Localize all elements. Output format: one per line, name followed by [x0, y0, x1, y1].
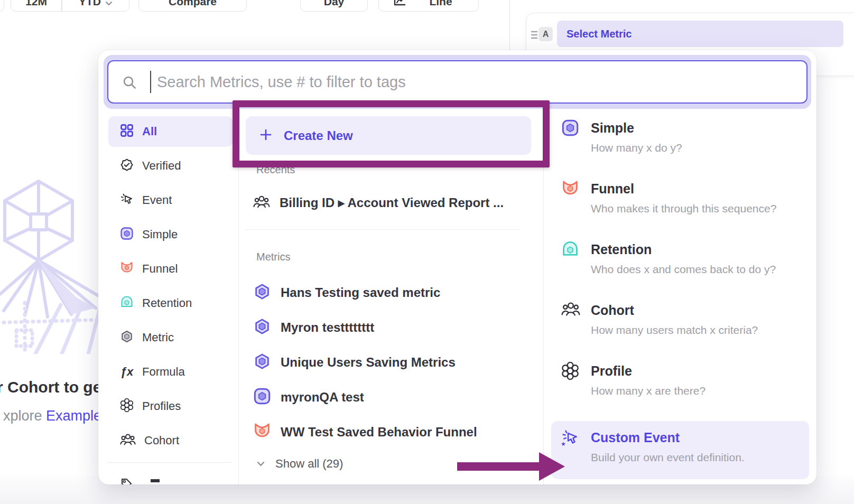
- day-button[interactable]: Day: [300, 0, 368, 12]
- sidebar-item-retention[interactable]: Retention: [108, 288, 233, 319]
- sidebar-section-divider: [108, 462, 231, 463]
- metric-list-item[interactable]: Myron testttttttt: [253, 318, 374, 338]
- simple-icon: [120, 227, 134, 242]
- star-icon: ★: [561, 441, 566, 447]
- cohort-people-icon: [561, 301, 580, 319]
- cohort-people-icon: [120, 433, 136, 448]
- annotation-arrow: [453, 448, 569, 484]
- sidebar-item-formula[interactable]: ƒx Formula: [108, 357, 233, 387]
- types-divider: [543, 114, 544, 484]
- select-metric-button[interactable]: Select Metric: [557, 21, 843, 47]
- retention-icon: [561, 240, 579, 260]
- clipped-label-fragment: [151, 479, 160, 482]
- funnel-icon: [253, 422, 271, 442]
- metric-list-item[interactable]: Unique Users Saving Metrics: [253, 352, 456, 372]
- formula-icon: ƒx: [120, 365, 134, 379]
- annotation-highlight-box: [233, 100, 550, 167]
- metric-hexagon-icon: [253, 352, 271, 372]
- text-cursor: [150, 71, 151, 93]
- profiles-flower-icon: [561, 362, 579, 382]
- metric-hexagon-icon: [120, 330, 134, 346]
- sidebar-item-profiles[interactable]: Profiles: [108, 391, 233, 422]
- simple-icon: [561, 119, 579, 139]
- metric-hexagon-icon: [253, 318, 271, 338]
- metric-list-item[interactable]: WW Test Saved Behavior Funnel: [253, 422, 477, 442]
- series-letter-badge: A: [539, 27, 553, 41]
- grid-icon: [120, 124, 134, 139]
- line-chart-type-button[interactable]: Line: [378, 0, 479, 12]
- screen: 12M YTD Compare Day Line A Select Metric: [0, 0, 854, 504]
- profiles-flower-icon: [120, 398, 134, 414]
- sidebar-item-cohort[interactable]: Cohort: [108, 425, 233, 456]
- event-cursor-icon: [120, 192, 134, 208]
- range-ytd-button[interactable]: YTD: [61, 0, 130, 8]
- empty-state-headline: r Cohort to ge: [0, 378, 101, 396]
- metric-list-item[interactable]: myronQA test: [253, 387, 364, 407]
- retention-icon: [120, 295, 134, 311]
- tag-icon: [120, 477, 134, 484]
- chevron-down-icon: [105, 0, 113, 8]
- cohort-people-icon: [253, 195, 270, 211]
- funnel-icon: [561, 180, 579, 200]
- recent-item-billing[interactable]: Billing ID ▸ Account Viewed Report ...: [253, 195, 504, 211]
- show-all-toggle[interactable]: Show all (29): [257, 457, 343, 471]
- search-input[interactable]: [157, 61, 791, 102]
- sidebar-item-all[interactable]: All: [108, 116, 233, 147]
- recents-metrics-divider: [246, 229, 519, 230]
- range-12m-button[interactable]: 12M: [11, 0, 61, 8]
- funnel-icon: [120, 261, 134, 277]
- search-icon: [122, 75, 137, 92]
- metrics-section-label: Metrics: [256, 251, 290, 263]
- sidebar-item-metric[interactable]: Metric: [108, 322, 233, 353]
- toolbar-fragment-button[interactable]: [0, 0, 4, 12]
- search-field[interactable]: [107, 60, 807, 104]
- compare-button[interactable]: Compare: [138, 0, 247, 12]
- sidebar-item-simple[interactable]: Simple: [108, 219, 233, 250]
- sidebar-divider: [238, 114, 239, 484]
- metric-hexagon-icon: [253, 283, 271, 303]
- empty-state-illustration: [0, 172, 106, 354]
- sidebar-item-event[interactable]: Event: [108, 185, 233, 216]
- metric-list-item[interactable]: Hans Testing saved metric: [253, 283, 440, 303]
- date-range-group[interactable]: 12M YTD: [11, 0, 129, 12]
- simple-icon: [253, 387, 271, 407]
- verified-badge-icon: [120, 158, 134, 174]
- drag-handle-icon[interactable]: [530, 30, 539, 42]
- chevron-down-icon: [257, 459, 265, 469]
- sidebar-item-funnel[interactable]: Funnel: [108, 254, 233, 284]
- custom-event-highlight: [551, 421, 809, 479]
- sidebar-item-verified[interactable]: Verified: [108, 151, 233, 181]
- custom-event-icon: ★: [561, 428, 579, 446]
